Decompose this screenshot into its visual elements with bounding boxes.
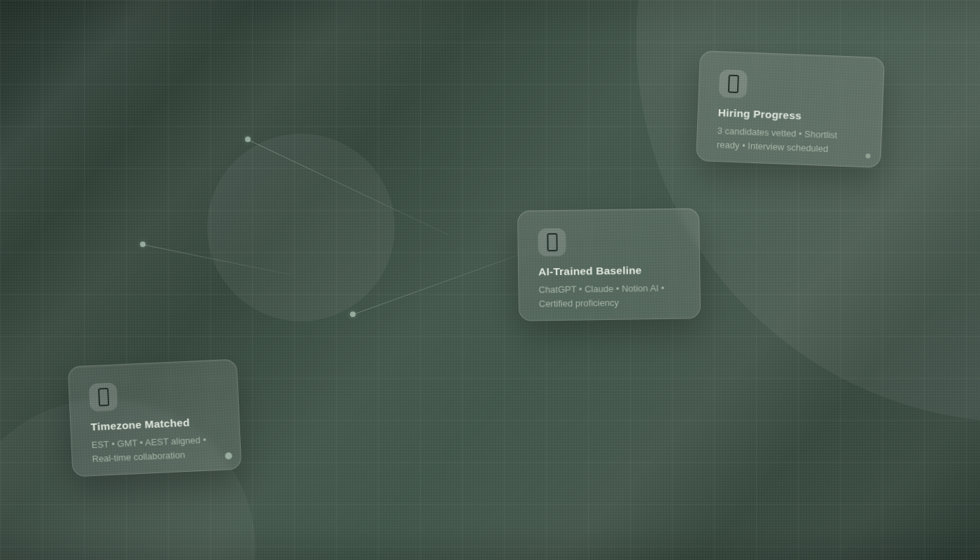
card-title: AI-Trained Baseline xyxy=(538,264,680,279)
node-dot xyxy=(245,136,251,142)
card-description: 3 candidates vetted • Shortlist ready • … xyxy=(717,124,862,157)
feature-card-ai-trained-baseline: AI-Trained Baseline ChatGPT • Claude • N… xyxy=(517,208,701,321)
feature-card-timezone-matched: Timezone Matched EST • GMT • AEST aligne… xyxy=(68,359,242,477)
missing-glyph-icon xyxy=(538,228,566,257)
card-title: Timezone Matched xyxy=(90,415,220,433)
placeholder-glyph xyxy=(547,233,557,251)
card-title: Hiring Progress xyxy=(718,106,862,125)
card-description: ChatGPT • Claude • Notion AI • Certified… xyxy=(538,281,680,311)
node-dot xyxy=(350,312,356,317)
card-description: EST • GMT • AEST aligned • Real-time col… xyxy=(91,433,221,465)
node-dot xyxy=(140,241,146,247)
missing-glyph-icon xyxy=(89,382,118,412)
accent-dot xyxy=(225,452,232,459)
feature-card-hiring-progress: Hiring Progress 3 candidates vetted • Sh… xyxy=(696,50,885,168)
hero-section: Hiring Progress 3 candidates vetted • Sh… xyxy=(0,0,980,560)
placeholder-glyph xyxy=(727,75,738,94)
accent-dot xyxy=(865,153,870,158)
missing-glyph-icon xyxy=(719,69,748,99)
placeholder-glyph xyxy=(97,388,108,407)
